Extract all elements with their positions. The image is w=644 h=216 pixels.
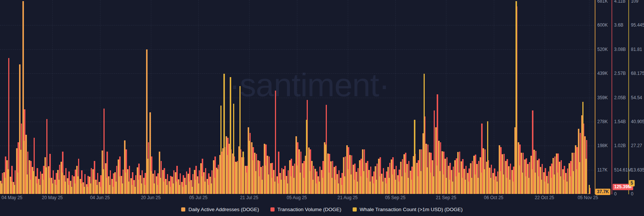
bar-daily-active-addresses[interactable] <box>337 174 338 194</box>
bar-daily-active-addresses[interactable] <box>19 64 21 194</box>
legend-item-whale-transaction-count[interactable]: Whale Transaction Count (>1m USD) (DOGE) <box>353 207 463 212</box>
bar-daily-active-addresses[interactable] <box>64 175 65 194</box>
bar-daily-active-addresses[interactable] <box>454 160 456 194</box>
bar-daily-active-addresses[interactable] <box>127 169 129 194</box>
bar-daily-active-addresses[interactable] <box>219 155 221 194</box>
bar-daily-active-addresses[interactable] <box>283 169 284 194</box>
bar-daily-active-addresses[interactable] <box>16 148 18 194</box>
bar-daily-active-addresses[interactable] <box>245 166 246 194</box>
bar-daily-active-addresses[interactable] <box>83 182 84 194</box>
bar-daily-active-addresses[interactable] <box>200 163 202 194</box>
bar-daily-active-addresses[interactable] <box>232 153 233 194</box>
bar-daily-active-addresses[interactable] <box>432 160 433 194</box>
bar-daily-active-addresses[interactable] <box>302 163 303 194</box>
bar-daily-active-addresses[interactable] <box>394 169 395 194</box>
bar-daily-active-addresses[interactable] <box>203 172 205 194</box>
bar-daily-active-addresses[interactable] <box>556 153 557 194</box>
bar-daily-active-addresses[interactable] <box>111 179 113 194</box>
bar-daily-active-addresses[interactable] <box>584 136 586 194</box>
bar-daily-active-addresses[interactable] <box>461 161 462 194</box>
bar-daily-active-addresses[interactable] <box>22 1 24 194</box>
bar-daily-active-addresses[interactable] <box>343 157 344 194</box>
bar-daily-active-addresses[interactable] <box>222 148 224 194</box>
bar-daily-active-addresses[interactable] <box>292 166 294 194</box>
bar-daily-active-addresses[interactable] <box>387 167 389 194</box>
bar-daily-active-addresses[interactable] <box>499 145 500 194</box>
bar-daily-active-addresses[interactable] <box>67 178 68 194</box>
bar-daily-active-addresses[interactable] <box>340 178 341 194</box>
bar-daily-active-addresses[interactable] <box>235 162 236 194</box>
bar-daily-active-addresses[interactable] <box>105 163 106 194</box>
bar-daily-active-addresses[interactable] <box>137 167 138 194</box>
bar-daily-active-addresses[interactable] <box>521 153 522 194</box>
bar-daily-active-addresses[interactable] <box>38 179 40 194</box>
bar-daily-active-addresses[interactable] <box>273 170 275 194</box>
bar-daily-active-addresses[interactable] <box>295 136 297 194</box>
bar-daily-active-addresses[interactable] <box>559 162 560 194</box>
bar-daily-active-addresses[interactable] <box>267 156 268 194</box>
bar-daily-active-addresses[interactable] <box>467 173 468 194</box>
bar-daily-active-addresses[interactable] <box>41 174 43 194</box>
bar-daily-active-addresses[interactable] <box>251 142 253 194</box>
bar-daily-active-addresses[interactable] <box>391 159 392 194</box>
bar-daily-active-addresses[interactable] <box>10 177 11 194</box>
bar-daily-active-addresses[interactable] <box>334 167 335 194</box>
bar-daily-active-addresses[interactable] <box>226 136 227 194</box>
bar-daily-active-addresses[interactable] <box>442 151 443 194</box>
bar-daily-active-addresses[interactable] <box>80 179 81 194</box>
bar-daily-active-addresses[interactable] <box>257 160 259 194</box>
bar-daily-active-addresses[interactable] <box>318 176 319 194</box>
bar-daily-active-addresses[interactable] <box>54 180 56 194</box>
bar-daily-active-addresses[interactable] <box>413 156 414 194</box>
bar-daily-active-addresses[interactable] <box>254 153 256 194</box>
bar-daily-active-addresses[interactable] <box>562 169 564 194</box>
bar-daily-active-addresses[interactable] <box>492 173 494 194</box>
bar-daily-active-addresses[interactable] <box>495 176 497 194</box>
bar-daily-active-addresses[interactable] <box>549 166 551 194</box>
bar-daily-active-addresses[interactable] <box>486 162 487 194</box>
bar-daily-active-addresses[interactable] <box>518 142 519 194</box>
bar-daily-active-addresses[interactable] <box>330 161 332 194</box>
bar-daily-active-addresses[interactable] <box>118 159 119 194</box>
bar-daily-active-addresses[interactable] <box>99 182 100 194</box>
bar-daily-active-addresses[interactable] <box>114 172 116 194</box>
bar-daily-active-addresses[interactable] <box>57 170 59 194</box>
bar-daily-active-addresses[interactable] <box>308 147 310 194</box>
bar-daily-active-addresses[interactable] <box>410 171 411 194</box>
bar-daily-active-addresses[interactable] <box>29 160 30 194</box>
bar-daily-active-addresses[interactable] <box>451 170 452 194</box>
bar-daily-active-addresses[interactable] <box>191 180 192 194</box>
bar-daily-active-addresses[interactable] <box>470 163 471 194</box>
bar-daily-active-addresses[interactable] <box>578 129 579 194</box>
bar-daily-active-addresses[interactable] <box>530 156 532 194</box>
bar-daily-active-addresses[interactable] <box>315 169 316 194</box>
bar-daily-active-addresses[interactable] <box>0 181 1 194</box>
bar-daily-active-addresses[interactable] <box>286 176 287 194</box>
bar-daily-active-addresses[interactable] <box>581 115 583 194</box>
bar-daily-active-addresses[interactable] <box>346 145 348 194</box>
bar-daily-active-addresses[interactable] <box>70 181 71 194</box>
bar-daily-active-addresses[interactable] <box>32 167 33 194</box>
bar-daily-active-addresses[interactable] <box>429 152 430 194</box>
bar-daily-active-addresses[interactable] <box>121 176 122 194</box>
bar-daily-active-addresses[interactable] <box>270 163 272 194</box>
bar-daily-active-addresses[interactable] <box>13 182 14 194</box>
bar-daily-active-addresses[interactable] <box>165 179 167 194</box>
bar-daily-active-addresses[interactable] <box>162 170 164 194</box>
bar-daily-active-addresses[interactable] <box>241 157 243 194</box>
bar-daily-active-addresses[interactable] <box>188 174 189 194</box>
bar-daily-active-addresses[interactable] <box>159 152 160 194</box>
bar-daily-active-addresses[interactable] <box>76 166 78 194</box>
bar-daily-active-addresses[interactable] <box>362 149 363 194</box>
bar-daily-active-addresses[interactable] <box>527 164 529 194</box>
bar-daily-active-addresses[interactable] <box>349 155 351 194</box>
bar-daily-active-addresses[interactable] <box>102 150 103 194</box>
bar-daily-active-addresses[interactable] <box>156 176 157 194</box>
bar-daily-active-addresses[interactable] <box>238 146 240 194</box>
bar-daily-active-addresses[interactable] <box>51 178 52 194</box>
bar-daily-active-addresses[interactable] <box>260 167 262 194</box>
bar-daily-active-addresses[interactable] <box>473 156 475 194</box>
bar-daily-active-addresses[interactable] <box>73 176 75 194</box>
bar-daily-active-addresses[interactable] <box>524 159 526 194</box>
bar-daily-active-addresses[interactable] <box>368 170 370 194</box>
